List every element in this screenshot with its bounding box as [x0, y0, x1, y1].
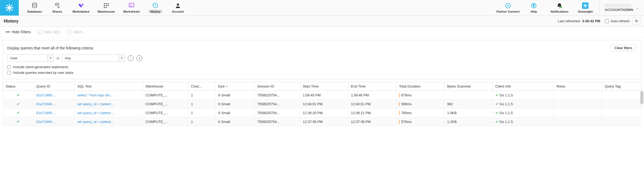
svg-rect-10 [129, 3, 134, 7]
col-bytes-scanned[interactable]: Bytes Scanned [444, 82, 492, 91]
sql-text-link[interactable]: select * from trips lim... [77, 93, 112, 97]
history-icon [152, 2, 159, 9]
shares-icon [54, 2, 61, 9]
bell-icon [556, 2, 563, 9]
sql-icon: ›_ [37, 30, 42, 34]
sort-desc-icon: ▼ [225, 85, 228, 88]
svg-rect-8 [104, 7, 105, 8]
nav-help[interactable]: ?Help [521, 1, 546, 14]
query-id-link[interactable]: 01a71948-... [36, 102, 56, 106]
account-name-placeholder [605, 3, 631, 8]
include-tasks-checkbox[interactable]: Include queries executed by user tasks [7, 71, 637, 75]
nav-history[interactable]: History [144, 1, 166, 14]
auto-refresh-checkbox[interactable] [605, 19, 609, 23]
query-id-link[interactable]: 01a71945-... [36, 120, 56, 124]
svg-point-16 [560, 6, 562, 8]
database-icon [31, 2, 38, 9]
nav-warehouses[interactable]: Warehouses [94, 1, 119, 14]
success-icon: ✔ [495, 102, 499, 106]
success-icon: ✔ [17, 93, 20, 97]
partner-icon [504, 2, 511, 9]
nav-worksheets[interactable]: Worksheets [119, 1, 144, 14]
history-table-wrap: Status Query ID SQL Text Warehouse Clust… [0, 82, 644, 126]
col-rows[interactable]: Rows [554, 82, 602, 91]
col-sql-text[interactable]: SQL Text [75, 82, 143, 91]
query-id-link[interactable]: 01a71965-... [36, 93, 56, 97]
table-row[interactable]: ✔01a71945-...set query_id = (select...CO… [3, 117, 641, 126]
filter-field-select[interactable]: User▾ [7, 54, 54, 62]
filter-criteria-text: Display queries that meet all of the fol… [7, 46, 94, 50]
svg-point-12 [177, 3, 179, 6]
svg-rect-3 [106, 3, 107, 4]
col-status[interactable]: Status [3, 82, 34, 91]
nav-right: Partner Connect ?Help Notifications Snow… [495, 1, 598, 14]
nav-shares[interactable]: Shares [46, 1, 68, 14]
filter-icon: ⚯ [5, 30, 10, 34]
svg-rect-5 [104, 5, 105, 6]
col-query-id[interactable]: Query ID [34, 82, 75, 91]
filter-value-select[interactable]: Any▾ [62, 54, 125, 62]
chevron-down-icon: ⌄ [636, 6, 639, 10]
col-end-time[interactable]: End Time [348, 82, 396, 91]
include-client-checkbox[interactable]: Include client-generated statements [7, 65, 637, 69]
col-total-duration[interactable]: Total Duration [396, 82, 444, 91]
filter-panel: Display queries that meet all of the fol… [3, 40, 641, 79]
scrollbar-thumb[interactable] [640, 91, 643, 104]
col-warehouse[interactable]: Warehouse [143, 82, 188, 91]
col-size[interactable]: Size▼ [215, 82, 255, 91]
nav-account[interactable]: Account [167, 1, 189, 14]
snowsight-icon [582, 2, 589, 9]
svg-rect-9 [106, 7, 107, 8]
warehouses-icon [103, 2, 110, 9]
snowflake-logo[interactable] [0, 0, 19, 16]
remove-filter-button[interactable]: − [128, 55, 134, 61]
clear-filters-button[interactable]: Clear filters [610, 45, 637, 51]
hide-filters-button[interactable]: ⚯Hide Filters [5, 30, 31, 34]
col-cluster[interactable]: Clust... [188, 82, 215, 91]
history-table: Status Query ID SQL Text Warehouse Clust… [3, 82, 641, 126]
success-icon: ✔ [17, 119, 20, 124]
table-row[interactable]: ✔01a71948-...set query_id = (select...CO… [3, 100, 641, 108]
abort-icon: − [67, 30, 72, 34]
nav-notifications[interactable]: Notifications [547, 1, 572, 14]
success-icon: ✔ [17, 102, 20, 106]
nav-marketplace[interactable]: Marketplace [69, 1, 93, 14]
col-client-info[interactable]: Client Info [492, 82, 554, 91]
help-icon: ? [530, 2, 537, 9]
col-start-time[interactable]: Start Time [300, 82, 348, 91]
col-query-tag[interactable]: Query Tag [602, 82, 641, 91]
sql-text-link[interactable]: set query_id = (select... [77, 102, 114, 106]
nav-left: Databases Shares Marketplace Warehouses … [24, 1, 189, 14]
col-session-id[interactable]: Session ID [254, 82, 300, 91]
toolbar: ⚯Hide Filters ›_View SQL −Abort... [0, 27, 644, 37]
success-icon: ✔ [495, 93, 499, 97]
query-id-link[interactable]: 01a71946-... [36, 111, 56, 115]
svg-point-1 [56, 3, 59, 5]
account-menu[interactable]: ACCOUNTADMIN ⌄ [599, 0, 644, 15]
table-row[interactable]: ✔01a71946-...set query_id = (select...CO… [3, 108, 641, 117]
svg-point-13 [506, 3, 510, 8]
account-role: ACCOUNTADMIN [605, 8, 633, 12]
svg-rect-2 [104, 3, 105, 4]
nav-partner-connect[interactable]: Partner Connect [495, 1, 521, 14]
refresh-button[interactable]: ↻ [633, 17, 640, 25]
view-sql-button: ›_View SQL [37, 30, 60, 34]
svg-rect-4 [108, 3, 109, 4]
sql-text-link[interactable]: set query_id = (select... [77, 111, 114, 115]
subheader: History Last refreshed 3:30:42 PM Auto r… [0, 16, 644, 27]
nav-databases[interactable]: Databases [24, 1, 46, 14]
worksheets-icon [128, 2, 135, 9]
nav-snowsight[interactable]: Snowsight [573, 1, 598, 14]
account-icon [174, 2, 181, 9]
auto-refresh-toggle[interactable]: Auto refresh [605, 19, 630, 23]
success-icon: ✔ [495, 111, 499, 115]
add-filter-button[interactable]: + [136, 55, 142, 61]
svg-point-0 [32, 3, 37, 5]
table-row[interactable]: ✔01a71965-...select * from trips lim...C… [3, 91, 641, 100]
refresh-icon: ↻ [635, 19, 638, 24]
chevron-down-icon: ▾ [118, 55, 125, 61]
sql-text-link[interactable]: set query_id = (select... [77, 120, 114, 124]
svg-rect-7 [108, 5, 109, 6]
last-refreshed: Last refreshed 3:30:42 PM [558, 19, 601, 23]
table-header-row: Status Query ID SQL Text Warehouse Clust… [3, 82, 641, 91]
